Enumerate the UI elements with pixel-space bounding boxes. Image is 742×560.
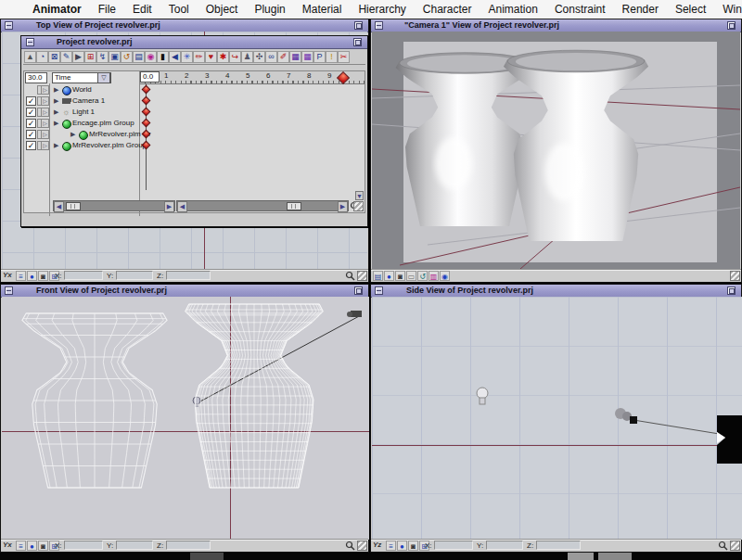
row-expand-button[interactable]: ▷: [41, 141, 49, 150]
sphere-icon[interactable]: ●: [27, 271, 37, 281]
row-expand-button[interactable]: ▷: [41, 119, 49, 128]
row-label[interactable]: Light 1: [72, 108, 95, 116]
resize-grip[interactable]: [357, 541, 367, 551]
y-coordinate-field[interactable]: [486, 541, 523, 550]
x-coordinate-field[interactable]: [64, 271, 103, 280]
list-icon[interactable]: ≡: [16, 271, 26, 281]
zoom-tool-icon[interactable]: [345, 271, 355, 281]
chevron-down-icon[interactable]: ▽: [97, 72, 110, 83]
row-expand-button[interactable]: ▷: [41, 130, 49, 139]
lasso-icon[interactable]: ↯: [96, 51, 109, 63]
timeline-scrollbar[interactable]: ◀ ▶: [176, 200, 349, 211]
front-view-titlebar[interactable]: Front View of Project revolver.prj: [1, 285, 368, 298]
x-coordinate-field[interactable]: [64, 541, 103, 550]
resize-grip[interactable]: [353, 201, 364, 211]
menu-character[interactable]: Character: [423, 3, 472, 16]
menu-window[interactable]: Window: [723, 3, 742, 16]
vase-control-cage[interactable]: [22, 313, 167, 488]
visibility-checkbox[interactable]: ✓: [26, 130, 36, 139]
row-expand-button[interactable]: ▷: [41, 108, 49, 117]
rotate-icon[interactable]: ↺: [121, 51, 133, 63]
range-end-field[interactable]: 30.0: [25, 72, 47, 83]
redo-icon[interactable]: ↪: [229, 51, 241, 63]
pattern-icon[interactable]: ▦: [289, 51, 301, 63]
side-view-titlebar[interactable]: Side View of Project revolver.prj: [371, 285, 741, 298]
z-coordinate-field[interactable]: [536, 541, 581, 550]
list-icon[interactable]: ≡: [16, 541, 26, 551]
keyframe-diamond[interactable]: [142, 85, 151, 95]
list-icon[interactable]: ≡: [386, 541, 396, 551]
zoom-box-icon[interactable]: [354, 286, 363, 295]
y-coordinate-field[interactable]: [116, 271, 153, 280]
vase-right[interactable]: [504, 50, 648, 241]
row-expand-button[interactable]: ▷: [41, 85, 49, 95]
camera-icon[interactable]: ◙: [408, 541, 418, 551]
plugin-icon[interactable]: P: [313, 51, 326, 63]
sphere-icon[interactable]: ●: [384, 271, 394, 281]
timeline-ruler[interactable]: 123456789: [139, 71, 365, 84]
zoom-box-icon[interactable]: [353, 38, 362, 46]
filter-dropdown[interactable]: Time ▽: [52, 72, 111, 83]
zoom-box-icon[interactable]: [727, 21, 736, 30]
close-icon[interactable]: [5, 21, 13, 30]
menu-render[interactable]: Render: [622, 3, 659, 16]
frame-icon[interactable]: ▭: [406, 271, 416, 281]
color-wheel-icon[interactable]: ◉: [145, 51, 157, 63]
paint-icon[interactable]: ♥: [205, 51, 217, 63]
row-label[interactable]: Encage.plm Group: [72, 119, 134, 127]
disclosure-triangle-icon[interactable]: ▶: [54, 120, 58, 127]
menu-tool[interactable]: Tool: [169, 3, 189, 16]
close-icon[interactable]: [375, 21, 383, 30]
pattern2-icon[interactable]: ▦: [301, 51, 313, 63]
y-coordinate-field[interactable]: [116, 541, 153, 550]
camera-viewport[interactable]: [372, 32, 740, 270]
palette-icon[interactable]: ▥: [429, 271, 439, 281]
timeline-titlebar[interactable]: Project revolver.prj: [21, 36, 367, 49]
row-label[interactable]: Camera 1: [72, 96, 105, 105]
scrollbar-thumb[interactable]: [287, 202, 301, 210]
camera-view-titlebar[interactable]: "Camera 1" View of Project revolver.prj: [371, 19, 741, 32]
current-time-field[interactable]: 0.0: [140, 71, 160, 83]
play-icon[interactable]: ▶: [72, 51, 84, 63]
resize-grip[interactable]: [730, 541, 740, 551]
close-icon[interactable]: [375, 286, 383, 295]
zoom-box-icon[interactable]: [727, 286, 736, 295]
window-icon[interactable]: ▣: [109, 51, 121, 63]
bulb-icon[interactable]: !: [326, 51, 338, 63]
film-icon[interactable]: ▤: [373, 271, 383, 281]
visibility-checkbox[interactable]: ✓: [26, 141, 36, 150]
camera-icon[interactable]: ◙: [38, 541, 48, 551]
resize-grip[interactable]: [357, 271, 367, 281]
menu-animation[interactable]: Animation: [489, 3, 538, 16]
eye-icon[interactable]: ◉: [440, 271, 450, 281]
resize-grip[interactable]: [730, 271, 740, 281]
scroll-right-icon[interactable]: ▶: [164, 201, 174, 212]
x-coordinate-field[interactable]: [434, 541, 473, 550]
keyframe-diamond[interactable]: [142, 96, 151, 106]
close-icon[interactable]: [5, 286, 13, 295]
menu-select[interactable]: Select: [675, 3, 706, 16]
contrast-icon[interactable]: ▮: [157, 51, 169, 63]
disclosure-triangle-icon[interactable]: ▶: [54, 86, 58, 94]
scroll-right-icon[interactable]: ▶: [338, 201, 348, 212]
cycle-icon[interactable]: ↺: [417, 271, 428, 281]
zoom-tool-icon[interactable]: [345, 541, 355, 551]
brush-icon[interactable]: ✏: [193, 51, 205, 63]
zoom-tool-icon[interactable]: ✎: [60, 51, 72, 63]
menu-hierarchy[interactable]: Hierarchy: [358, 3, 405, 16]
speaker-icon[interactable]: ◀: [169, 51, 181, 63]
scroll-down-icon[interactable]: ▼: [355, 191, 364, 200]
row-label[interactable]: MrRevolver.plm Group: [72, 141, 147, 149]
disclosure-triangle-icon[interactable]: ▶: [70, 131, 75, 138]
film-icon[interactable]: ▤: [133, 51, 145, 63]
camera-icon[interactable]: ◙: [38, 271, 48, 281]
menu-constraint[interactable]: Constraint: [555, 3, 606, 16]
chain-icon[interactable]: ∞: [265, 51, 277, 63]
menu-plugin[interactable]: Plugin: [254, 3, 285, 16]
row-expand-button[interactable]: ▷: [41, 96, 49, 106]
menu-object[interactable]: Object: [206, 3, 238, 16]
gear-icon[interactable]: ✣: [253, 51, 265, 63]
zoom-box-icon[interactable]: [354, 21, 363, 30]
camera-icon[interactable]: ◙: [395, 271, 405, 281]
collapse-icon[interactable]: [26, 38, 34, 46]
